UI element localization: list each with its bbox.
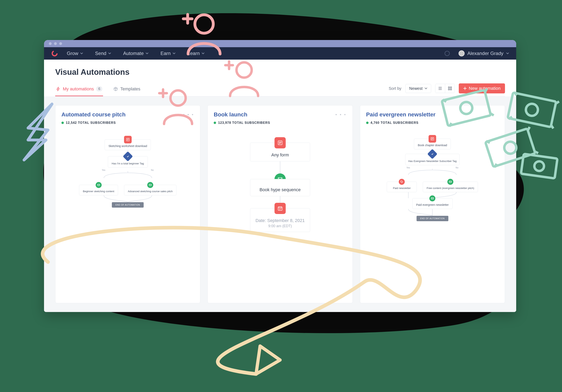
chevron-down-icon <box>506 52 509 55</box>
cube-icon <box>113 87 118 91</box>
node-label: Advanced sketching course sales pitch <box>128 190 173 193</box>
flow-sequence-node: Book hype sequence <box>250 179 310 196</box>
bolt-icon <box>56 87 60 91</box>
tab-label: Templates <box>120 86 140 92</box>
form-icon <box>429 135 436 143</box>
page-header: Visual Automations My automations 6 Temp… <box>44 60 516 96</box>
node-label: Book hype sequence <box>259 187 301 192</box>
node-label: Beginner sketching content <box>83 190 114 193</box>
avatar <box>458 50 465 56</box>
nav-automate[interactable]: Automate <box>123 51 148 56</box>
svg-point-13 <box>281 208 281 209</box>
svg-point-12 <box>280 208 281 209</box>
grid-icon <box>448 86 452 90</box>
tab-my-automations[interactable]: My automations 6 <box>55 84 103 96</box>
tab-templates[interactable]: Templates <box>113 84 141 96</box>
yes-label: Yes <box>406 166 410 169</box>
flow-branch-node: Free content (evergreen newsletter pitch… <box>423 182 478 192</box>
node-label: Has I'm a total beginner Tag <box>112 162 144 165</box>
new-button-label: New automation <box>469 86 501 91</box>
card-menu-button[interactable]: • • • <box>183 112 194 117</box>
flow-start-node: Book chapter download <box>414 138 451 150</box>
view-grid-button[interactable] <box>445 84 455 93</box>
nav-learn[interactable]: Learn <box>187 51 204 56</box>
list-icon <box>438 86 442 90</box>
flow-condition-node: Has Evergreen Newsletter Subscriber Tag <box>405 154 460 165</box>
tab-count-badge: 6 <box>96 86 102 92</box>
traffic-dot-min[interactable] <box>54 42 57 45</box>
chevron-down-icon <box>80 52 83 55</box>
flow-start-node: Sketching worksheet download <box>105 139 151 150</box>
nav-earn[interactable]: Earn <box>161 51 176 56</box>
merge-connector <box>92 196 164 202</box>
sequence-icon <box>96 182 102 188</box>
nav-send[interactable]: Send <box>95 51 111 56</box>
toolbar-controls: Sort by Newest <box>389 83 505 96</box>
svg-rect-7 <box>149 184 152 186</box>
automation-card[interactable]: Book launch • • • 123,978 TOTAL SUBSCRIB… <box>208 105 352 303</box>
logo-icon[interactable] <box>51 50 58 57</box>
flow-sub-node: Paid evergreen newsletter <box>412 198 453 209</box>
user-name: Alexander Grady <box>467 51 503 56</box>
svg-rect-6 <box>97 184 100 186</box>
node-label: Paid newsletter <box>393 187 411 190</box>
card-menu-button[interactable]: • • • <box>335 112 346 117</box>
flow-branch-node: Advanced sketching course sales pitch <box>124 185 176 196</box>
page-title: Visual Automations <box>55 68 505 77</box>
tag-icon <box>399 179 405 185</box>
svg-rect-4 <box>450 89 452 90</box>
new-automation-button[interactable]: New automation <box>459 83 505 93</box>
node-label: Any form <box>271 152 289 157</box>
svg-point-11 <box>279 208 280 209</box>
branch-labels: Yes No <box>102 169 154 171</box>
page-body: Visual Automations My automations 6 Temp… <box>44 60 516 312</box>
svg-point-19 <box>195 15 213 33</box>
branch-connector <box>394 169 470 175</box>
node-label: Date: September 8, 2021 <box>256 218 305 223</box>
svg-point-25 <box>525 103 539 117</box>
svg-point-15 <box>280 209 281 210</box>
node-label: Paid evergreen newsletter <box>416 203 449 207</box>
nav-label: Send <box>95 51 106 56</box>
nav-label: Automate <box>123 51 144 56</box>
svg-point-29 <box>534 161 545 172</box>
flow-date-node: Date: September 8, 2021 9:00 am (EDT) <box>250 208 310 232</box>
traffic-dot-max[interactable] <box>59 42 62 45</box>
node-label: Has Evergreen Newsletter Subscriber Tag <box>408 160 457 163</box>
user-menu[interactable]: Alexander Grady <box>458 50 509 56</box>
automation-card[interactable]: Automated course pitch • • • 12,542 TOTA… <box>55 105 200 303</box>
flow-branch-node: Beginner sketching content <box>79 185 118 196</box>
sequence-icon <box>429 196 435 201</box>
no-label: No <box>456 166 458 169</box>
svg-point-0 <box>52 51 57 56</box>
flow-end-node: END OF AUTOMATION <box>112 202 144 208</box>
browser-titlebar <box>44 40 516 47</box>
flow-condition-node: Has I'm a total beginner Tag <box>108 156 148 168</box>
card-title: Paid evergreen newsletter <box>366 111 499 118</box>
sortby-label: Sort by <box>389 86 401 91</box>
node-sublabel: 9:00 am (EDT) <box>254 224 306 228</box>
automation-card[interactable]: Paid evergreen newsletter 4,760 TOTAL SU… <box>360 105 505 303</box>
flow-diagram: Any form Book hype sequence Date: <box>214 125 346 298</box>
flow-diagram: Sketching worksheet download Has I'm a t… <box>61 125 194 298</box>
nav-items: Grow Send Automate Earn Learn <box>67 51 204 56</box>
no-label: No <box>151 169 154 171</box>
sort-value: Newest <box>409 86 422 91</box>
chevron-down-icon <box>202 52 204 55</box>
view-toggle <box>435 84 455 93</box>
subscribers-text: 4,760 TOTAL SUBSCRIBERS <box>371 121 419 125</box>
view-list-button[interactable] <box>435 84 445 93</box>
tab-label: My automations <box>63 86 94 92</box>
sequence-icon <box>147 182 153 188</box>
yes-label: Yes <box>102 169 105 171</box>
form-icon <box>274 137 286 148</box>
tab-row: My automations 6 Templates Sort by Newes… <box>55 83 505 96</box>
top-nav: Grow Send Automate Earn Learn <box>44 47 516 60</box>
status-ring-icon[interactable] <box>445 51 450 56</box>
sort-select[interactable]: Newest <box>405 84 431 93</box>
subscribers-text: 12,542 TOTAL SUBSCRIBERS <box>66 121 116 125</box>
traffic-dot-close[interactable] <box>49 42 52 45</box>
nav-grow[interactable]: Grow <box>67 51 83 56</box>
svg-point-14 <box>279 209 280 210</box>
node-label: Book chapter download <box>418 144 447 147</box>
